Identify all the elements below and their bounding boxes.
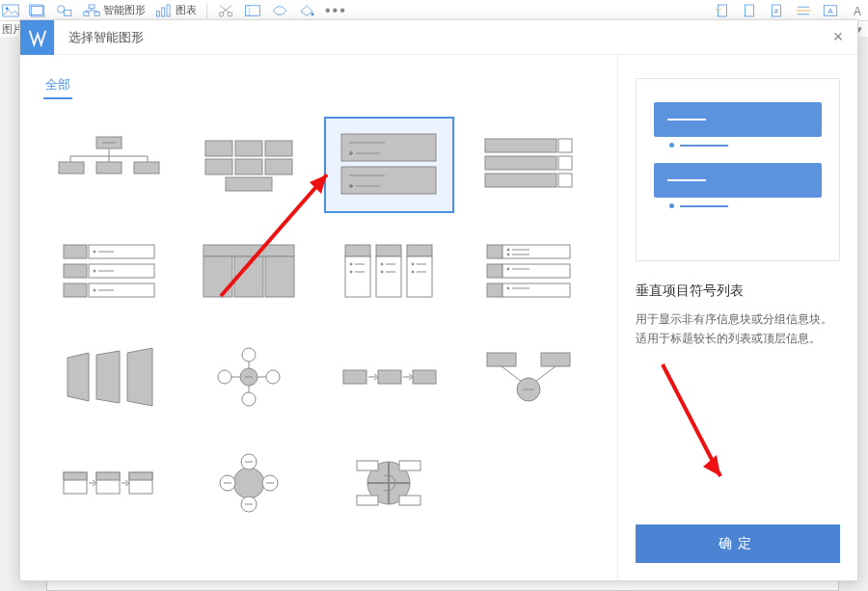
template-gallery: 全部 xyxy=(20,55,618,580)
svg-point-88 xyxy=(381,263,383,265)
section-icon[interactable] xyxy=(244,4,261,17)
insert-screenshot-btn[interactable] xyxy=(29,4,46,17)
svg-rect-6 xyxy=(89,5,95,9)
svg-rect-58 xyxy=(485,139,556,152)
svg-point-66 xyxy=(94,251,95,253)
svg-rect-48 xyxy=(265,159,292,175)
svg-rect-108 xyxy=(487,283,502,297)
svg-rect-59 xyxy=(558,139,572,152)
chart-label: 图表 xyxy=(176,3,197,17)
svg-text:A: A xyxy=(854,4,861,17)
template-org-chart[interactable] xyxy=(43,117,174,213)
svg-rect-68 xyxy=(64,264,87,278)
template-trapezoid-list[interactable] xyxy=(43,329,174,425)
svg-rect-93 xyxy=(407,256,432,297)
svg-rect-42 xyxy=(134,162,159,174)
svg-rect-78 xyxy=(234,256,263,297)
svg-point-96 xyxy=(412,271,414,273)
template-stacked-tabs[interactable] xyxy=(464,117,594,213)
template-list-with-header[interactable] xyxy=(43,223,174,319)
svg-rect-137 xyxy=(96,472,120,480)
svg-rect-98 xyxy=(487,245,502,258)
svg-rect-128 xyxy=(487,353,516,366)
preview-title: 垂直项目符号列表 xyxy=(636,282,840,300)
svg-rect-126 xyxy=(378,370,401,384)
svg-rect-72 xyxy=(64,283,87,297)
svg-rect-13 xyxy=(157,11,160,15)
svg-point-1 xyxy=(6,7,9,10)
insert-smartart-btn[interactable]: 智能图形 xyxy=(83,3,146,17)
svg-rect-109 xyxy=(502,283,570,297)
font-icon[interactable]: A xyxy=(849,4,866,17)
new-doc-icon[interactable] xyxy=(714,4,731,17)
template-three-columns[interactable] xyxy=(324,223,454,319)
svg-point-94 xyxy=(412,263,414,265)
svg-rect-154 xyxy=(357,496,378,505)
confirm-button[interactable]: 确定 xyxy=(636,524,840,563)
tab-all[interactable]: 全部 xyxy=(43,72,72,99)
svg-rect-62 xyxy=(485,174,556,187)
svg-point-70 xyxy=(94,270,95,272)
shape-icon[interactable] xyxy=(271,4,288,17)
template-matrix-cycle[interactable] xyxy=(324,435,454,531)
svg-rect-80 xyxy=(345,245,370,256)
template-converge[interactable] xyxy=(464,329,594,425)
svg-point-119 xyxy=(266,370,280,384)
cut-icon[interactable] xyxy=(217,4,234,17)
close-button[interactable]: × xyxy=(819,27,857,47)
textbox-icon[interactable]: A xyxy=(822,4,839,17)
svg-line-19 xyxy=(222,5,231,13)
svg-rect-5 xyxy=(64,10,71,15)
template-detail-list[interactable] xyxy=(464,223,594,319)
svg-rect-50 xyxy=(341,134,436,161)
svg-text:A: A xyxy=(827,7,832,15)
svg-rect-43 xyxy=(205,141,232,156)
ribbon-toolbar: 智能图形 图表 ••• # A A xyxy=(0,0,868,21)
insert-picture-btn[interactable] xyxy=(2,4,19,17)
svg-point-16 xyxy=(219,12,224,16)
svg-point-118 xyxy=(218,370,231,384)
svg-rect-54 xyxy=(341,167,436,194)
svg-rect-76 xyxy=(203,245,294,256)
template-cycle-small[interactable] xyxy=(183,435,313,531)
svg-rect-105 xyxy=(502,264,570,278)
insert-chart-btn[interactable]: 图表 xyxy=(155,3,197,17)
svg-marker-113 xyxy=(96,351,120,403)
preview-pane: 垂直项目符号列表 用于显示非有序信息块或分组信息块。适用于标题较长的列表或顶层信… xyxy=(618,55,857,580)
svg-rect-86 xyxy=(376,245,401,256)
svg-point-17 xyxy=(228,12,232,16)
svg-rect-92 xyxy=(407,245,432,256)
svg-point-90 xyxy=(381,271,383,273)
template-grid-blocks[interactable] xyxy=(183,117,313,213)
svg-rect-99 xyxy=(502,245,570,258)
annotation-arrow-2 xyxy=(645,353,742,497)
svg-rect-153 xyxy=(399,461,420,470)
fill-icon[interactable] xyxy=(298,4,315,17)
svg-rect-139 xyxy=(129,472,152,480)
svg-line-130 xyxy=(502,366,522,382)
page-number-icon[interactable]: # xyxy=(768,4,785,17)
template-process-arrow[interactable] xyxy=(324,329,454,425)
template-radial[interactable] xyxy=(183,329,313,425)
svg-rect-8 xyxy=(95,12,99,15)
svg-text:#: # xyxy=(774,8,778,14)
more-icon[interactable]: ••• xyxy=(325,2,347,19)
template-table-layout[interactable] xyxy=(183,223,313,319)
doc-icon[interactable] xyxy=(741,4,758,17)
svg-rect-79 xyxy=(265,256,294,297)
svg-point-100 xyxy=(507,249,509,251)
template-vertical-bullet-list[interactable] xyxy=(324,117,454,213)
svg-point-106 xyxy=(507,268,509,270)
svg-rect-47 xyxy=(235,159,262,175)
svg-rect-129 xyxy=(541,353,570,366)
svg-rect-45 xyxy=(265,141,292,156)
svg-point-116 xyxy=(242,348,256,362)
template-card-process[interactable] xyxy=(43,435,174,531)
align-icon[interactable] xyxy=(795,4,812,17)
svg-rect-135 xyxy=(64,472,87,480)
svg-point-82 xyxy=(350,263,352,265)
svg-rect-125 xyxy=(343,370,366,384)
svg-rect-0 xyxy=(3,5,19,16)
insert-shapes-btn[interactable] xyxy=(56,4,73,17)
svg-rect-63 xyxy=(558,174,572,187)
